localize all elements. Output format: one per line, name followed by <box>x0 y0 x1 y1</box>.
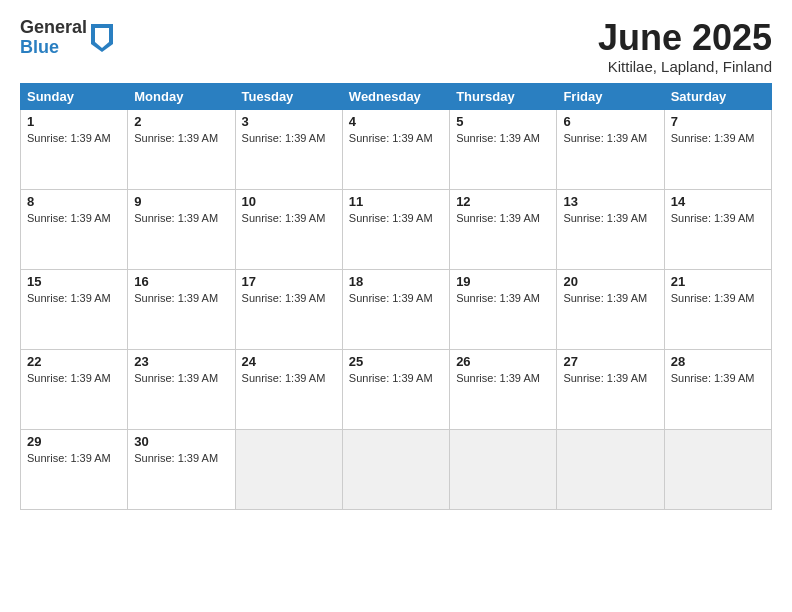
calendar-cell: 12Sunrise: 1:39 AM <box>450 189 557 269</box>
calendar-cell: 20Sunrise: 1:39 AM <box>557 269 664 349</box>
logo-general: General <box>20 18 87 38</box>
calendar-cell: 23Sunrise: 1:39 AM <box>128 349 235 429</box>
day-number: 4 <box>349 114 443 129</box>
day-number: 27 <box>563 354 657 369</box>
calendar-cell: 22Sunrise: 1:39 AM <box>21 349 128 429</box>
calendar-header: SundayMondayTuesdayWednesdayThursdayFrid… <box>21 83 772 109</box>
col-header-wednesday: Wednesday <box>342 83 449 109</box>
sunrise-text: Sunrise: 1:39 AM <box>671 372 755 384</box>
day-number: 18 <box>349 274 443 289</box>
sunrise-text: Sunrise: 1:39 AM <box>456 292 540 304</box>
sunrise-text: Sunrise: 1:39 AM <box>671 212 755 224</box>
col-header-thursday: Thursday <box>450 83 557 109</box>
sunrise-text: Sunrise: 1:39 AM <box>456 212 540 224</box>
day-number: 12 <box>456 194 550 209</box>
sunrise-text: Sunrise: 1:39 AM <box>242 292 326 304</box>
sunrise-text: Sunrise: 1:39 AM <box>563 372 647 384</box>
calendar-cell: 18Sunrise: 1:39 AM <box>342 269 449 349</box>
calendar-cell: 25Sunrise: 1:39 AM <box>342 349 449 429</box>
sunrise-text: Sunrise: 1:39 AM <box>242 372 326 384</box>
sunrise-text: Sunrise: 1:39 AM <box>563 132 647 144</box>
sunrise-text: Sunrise: 1:39 AM <box>27 372 111 384</box>
page: General Blue June 2025 Kittilae, Lapland… <box>0 0 792 612</box>
calendar-cell: 4Sunrise: 1:39 AM <box>342 109 449 189</box>
sunrise-text: Sunrise: 1:39 AM <box>349 292 433 304</box>
calendar-cell: 7Sunrise: 1:39 AM <box>664 109 771 189</box>
calendar-cell <box>342 429 449 509</box>
day-number: 25 <box>349 354 443 369</box>
sunrise-text: Sunrise: 1:39 AM <box>563 292 647 304</box>
calendar-cell: 28Sunrise: 1:39 AM <box>664 349 771 429</box>
day-number: 7 <box>671 114 765 129</box>
sunrise-text: Sunrise: 1:39 AM <box>349 212 433 224</box>
sunrise-text: Sunrise: 1:39 AM <box>134 452 218 464</box>
logo-text: General Blue <box>20 18 87 58</box>
day-number: 17 <box>242 274 336 289</box>
calendar-cell: 5Sunrise: 1:39 AM <box>450 109 557 189</box>
sunrise-text: Sunrise: 1:39 AM <box>456 372 540 384</box>
calendar-body: 1Sunrise: 1:39 AM2Sunrise: 1:39 AM3Sunri… <box>21 109 772 509</box>
calendar-cell: 21Sunrise: 1:39 AM <box>664 269 771 349</box>
sunrise-text: Sunrise: 1:39 AM <box>242 132 326 144</box>
logo-icon <box>91 24 113 52</box>
day-number: 2 <box>134 114 228 129</box>
calendar-cell: 14Sunrise: 1:39 AM <box>664 189 771 269</box>
calendar-cell: 9Sunrise: 1:39 AM <box>128 189 235 269</box>
day-number: 8 <box>27 194 121 209</box>
day-number: 6 <box>563 114 657 129</box>
day-number: 23 <box>134 354 228 369</box>
day-number: 28 <box>671 354 765 369</box>
day-number: 19 <box>456 274 550 289</box>
day-number: 11 <box>349 194 443 209</box>
col-header-friday: Friday <box>557 83 664 109</box>
day-number: 21 <box>671 274 765 289</box>
calendar-cell: 10Sunrise: 1:39 AM <box>235 189 342 269</box>
calendar-cell: 24Sunrise: 1:39 AM <box>235 349 342 429</box>
calendar-cell: 3Sunrise: 1:39 AM <box>235 109 342 189</box>
title-block: June 2025 Kittilae, Lapland, Finland <box>598 18 772 75</box>
sunrise-text: Sunrise: 1:39 AM <box>27 452 111 464</box>
sunrise-text: Sunrise: 1:39 AM <box>134 212 218 224</box>
sunrise-text: Sunrise: 1:39 AM <box>134 372 218 384</box>
sunrise-text: Sunrise: 1:39 AM <box>27 132 111 144</box>
col-header-tuesday: Tuesday <box>235 83 342 109</box>
sunrise-text: Sunrise: 1:39 AM <box>27 292 111 304</box>
week-row-5: 29Sunrise: 1:39 AM30Sunrise: 1:39 AM <box>21 429 772 509</box>
day-number: 20 <box>563 274 657 289</box>
day-number: 9 <box>134 194 228 209</box>
calendar-cell: 26Sunrise: 1:39 AM <box>450 349 557 429</box>
day-number: 26 <box>456 354 550 369</box>
calendar-cell: 13Sunrise: 1:39 AM <box>557 189 664 269</box>
sunrise-text: Sunrise: 1:39 AM <box>134 132 218 144</box>
calendar-cell: 16Sunrise: 1:39 AM <box>128 269 235 349</box>
calendar-cell <box>557 429 664 509</box>
calendar-cell: 6Sunrise: 1:39 AM <box>557 109 664 189</box>
day-number: 24 <box>242 354 336 369</box>
sunrise-text: Sunrise: 1:39 AM <box>134 292 218 304</box>
logo-blue: Blue <box>20 38 87 58</box>
week-row-4: 22Sunrise: 1:39 AM23Sunrise: 1:39 AM24Su… <box>21 349 772 429</box>
day-number: 15 <box>27 274 121 289</box>
day-number: 3 <box>242 114 336 129</box>
calendar: SundayMondayTuesdayWednesdayThursdayFrid… <box>20 83 772 510</box>
sunrise-text: Sunrise: 1:39 AM <box>27 212 111 224</box>
header: General Blue June 2025 Kittilae, Lapland… <box>20 18 772 75</box>
day-number: 5 <box>456 114 550 129</box>
calendar-cell: 2Sunrise: 1:39 AM <box>128 109 235 189</box>
day-number: 30 <box>134 434 228 449</box>
sunrise-text: Sunrise: 1:39 AM <box>349 132 433 144</box>
month-title: June 2025 <box>598 18 772 58</box>
calendar-cell: 30Sunrise: 1:39 AM <box>128 429 235 509</box>
day-number: 13 <box>563 194 657 209</box>
logo: General Blue <box>20 18 113 58</box>
calendar-cell <box>235 429 342 509</box>
calendar-cell: 19Sunrise: 1:39 AM <box>450 269 557 349</box>
calendar-cell: 27Sunrise: 1:39 AM <box>557 349 664 429</box>
week-row-1: 1Sunrise: 1:39 AM2Sunrise: 1:39 AM3Sunri… <box>21 109 772 189</box>
calendar-cell <box>450 429 557 509</box>
sunrise-text: Sunrise: 1:39 AM <box>349 372 433 384</box>
calendar-cell: 17Sunrise: 1:39 AM <box>235 269 342 349</box>
col-header-saturday: Saturday <box>664 83 771 109</box>
calendar-cell <box>664 429 771 509</box>
sunrise-text: Sunrise: 1:39 AM <box>671 132 755 144</box>
